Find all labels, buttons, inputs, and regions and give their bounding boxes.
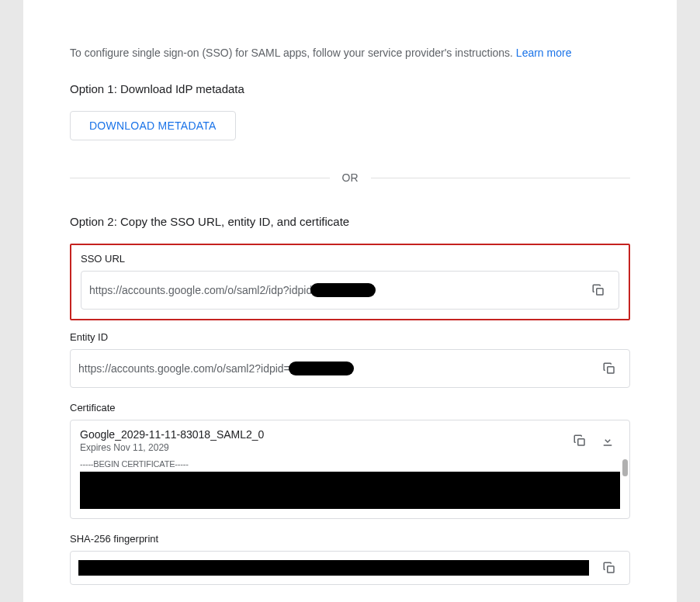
option2-title: Option 2: Copy the SSO URL, entity ID, a… bbox=[70, 215, 630, 228]
divider: OR bbox=[70, 171, 630, 184]
certificate-redacted bbox=[80, 472, 620, 509]
certificate-label: Certificate bbox=[70, 402, 630, 413]
divider-line-right bbox=[371, 178, 631, 178]
certificate-actions bbox=[567, 428, 620, 453]
fingerprint-label: SHA-256 fingerprint bbox=[70, 533, 630, 545]
svg-rect-2 bbox=[578, 439, 584, 445]
entity-id-prefix: https://accounts.google.com/o/saml2?idpi… bbox=[78, 362, 290, 375]
fingerprint-field bbox=[70, 551, 630, 585]
copy-icon[interactable] bbox=[567, 428, 592, 453]
svg-rect-0 bbox=[597, 289, 603, 295]
certificate-header: Google_2029-11-11-83018_SAML2_0 Expires … bbox=[71, 420, 629, 459]
certificate-box: Google_2029-11-11-83018_SAML2_0 Expires … bbox=[70, 420, 630, 519]
fingerprint-redacted bbox=[78, 560, 589, 576]
entity-id-label: Entity ID bbox=[70, 331, 630, 343]
sso-url-value: https://accounts.google.com/o/saml2/idp?… bbox=[89, 283, 584, 297]
divider-line-left bbox=[70, 178, 330, 178]
certificate-begin-line: -----BEGIN CERTIFICATE----- bbox=[80, 459, 620, 472]
copy-icon[interactable] bbox=[584, 276, 612, 304]
certificate-name: Google_2029-11-11-83018_SAML2_0 bbox=[80, 428, 567, 441]
sso-url-redacted bbox=[310, 283, 376, 297]
copy-icon[interactable] bbox=[595, 554, 623, 582]
certificate-expires: Expires Nov 11, 2029 bbox=[80, 442, 567, 453]
entity-id-field: https://accounts.google.com/o/saml2?idpi… bbox=[70, 349, 630, 388]
intro-text: To configure single sign-on (SSO) for SA… bbox=[70, 47, 630, 59]
certificate-scroll[interactable]: -----BEGIN CERTIFICATE----- bbox=[80, 459, 620, 512]
divider-label: OR bbox=[330, 171, 371, 184]
sso-url-highlight: SSO URL https://accounts.google.com/o/sa… bbox=[70, 244, 630, 320]
sso-url-prefix: https://accounts.google.com/o/saml2/idp?… bbox=[89, 284, 312, 296]
copy-icon[interactable] bbox=[595, 355, 623, 382]
download-icon[interactable] bbox=[595, 428, 620, 453]
certificate-body: -----BEGIN CERTIFICATE----- bbox=[71, 459, 629, 518]
intro-copy: To configure single sign-on (SSO) for SA… bbox=[70, 47, 516, 59]
entity-id-value: https://accounts.google.com/o/saml2?idpi… bbox=[78, 362, 595, 375]
sso-url-field: https://accounts.google.com/o/saml2/idp?… bbox=[81, 271, 619, 310]
option1-title: Option 1: Download IdP metadata bbox=[70, 82, 630, 95]
svg-rect-1 bbox=[608, 367, 614, 373]
certificate-header-text: Google_2029-11-11-83018_SAML2_0 Expires … bbox=[80, 428, 567, 453]
sso-url-label: SSO URL bbox=[81, 253, 619, 265]
download-metadata-button[interactable]: DOWNLOAD METADATA bbox=[70, 111, 236, 140]
scrollbar-thumb[interactable] bbox=[622, 459, 628, 476]
settings-card: To configure single sign-on (SSO) for SA… bbox=[23, 0, 677, 602]
svg-rect-3 bbox=[608, 566, 614, 573]
learn-more-link[interactable]: Learn more bbox=[516, 47, 572, 59]
entity-id-redacted bbox=[289, 362, 354, 375]
